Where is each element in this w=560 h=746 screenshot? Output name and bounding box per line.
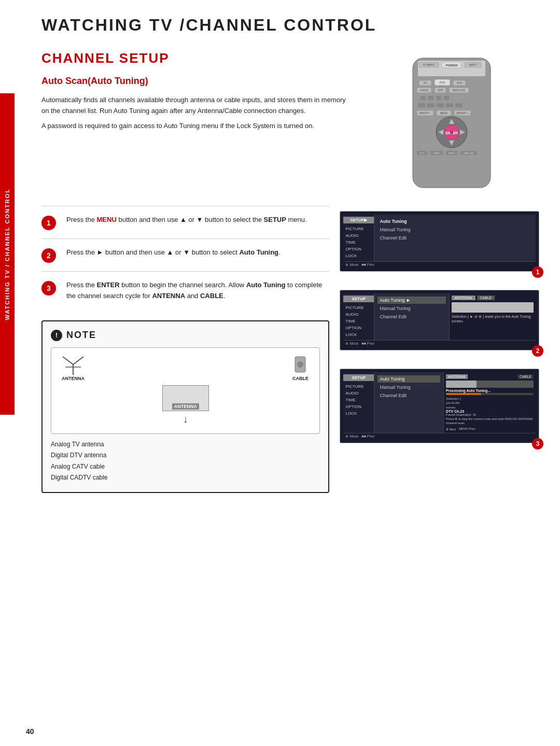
steps-column: 1 Press the MENU button and then use ▲ o… bbox=[41, 206, 329, 493]
ss1-footer: ⊕ Move ■■ Prev bbox=[343, 261, 536, 268]
note-list: Analog TV antenna Digital DTV antenna An… bbox=[51, 439, 320, 484]
svg-rect-21 bbox=[421, 96, 426, 100]
arrow-down: ↓ bbox=[58, 413, 313, 425]
ss2-item-option: OPTION bbox=[343, 325, 374, 331]
ss1-option-autotuning: Auto Tuning bbox=[377, 218, 533, 225]
ss1-menu-top: SETUP▶ bbox=[343, 217, 374, 223]
description: Automatically finds all channels availab… bbox=[41, 95, 348, 131]
antenna-inner-label: ANTENNA bbox=[172, 403, 199, 410]
svg-text:MENU: MENU bbox=[440, 111, 448, 115]
svg-text:MODE: MODE bbox=[439, 85, 445, 87]
svg-line-54 bbox=[73, 357, 83, 364]
svg-text:STB: STB bbox=[438, 89, 443, 92]
ss2-item-time: TIME bbox=[343, 318, 374, 325]
side-tab-label: WATCHING TV / CHANNEL CONTROL bbox=[4, 188, 10, 320]
svg-point-43 bbox=[450, 131, 453, 134]
step-2-row: 2 Press the ► button and then use ▲ or ▼… bbox=[41, 238, 329, 271]
step-3-number: 3 bbox=[41, 281, 56, 295]
svg-text:REDI.VOD: REDI.VOD bbox=[453, 89, 466, 92]
ss2-option-channeledit: Channel Edit bbox=[377, 313, 446, 320]
note-box: ! NOTE ANTENNA bbox=[41, 320, 329, 493]
svg-rect-26 bbox=[427, 103, 435, 107]
top-section: CHANNEL SETUP Auto Scan(Auto Tuning) Aut… bbox=[41, 50, 539, 190]
ss2-item-audio: AUDIO bbox=[343, 311, 374, 318]
step-1-row: 1 Press the MENU button and then use ▲ o… bbox=[41, 206, 329, 238]
note-header: ! NOTE bbox=[51, 330, 320, 341]
screenshot-2: SETUP PICTURE AUDIO TIME OPTION LOCK Aut… bbox=[340, 290, 539, 350]
ss2-menu-main: Auto Tuning ► Manual Tuning Channel Edit bbox=[374, 293, 449, 340]
screenshot-1-inner: SETUP▶ PICTURE AUDIO TIME OPTION LOCK Au… bbox=[343, 215, 536, 261]
ss2-item-picture: PICTURE bbox=[343, 304, 374, 311]
svg-text:DVD: DVD bbox=[440, 81, 445, 84]
ss1-item-audio: AUDIO bbox=[343, 232, 374, 239]
svg-text:RATIO: RATIO bbox=[449, 152, 455, 154]
ss2-menu-sidebar: SETUP PICTURE AUDIO TIME OPTION LOCK bbox=[343, 293, 374, 340]
svg-line-53 bbox=[63, 357, 73, 364]
channel-setup-title: CHANNEL SETUP bbox=[41, 50, 348, 66]
desc-line-2: A password is required to gain access to… bbox=[41, 121, 348, 132]
step-1-menu-keyword: MENU bbox=[97, 216, 117, 223]
ss3-menu-main: Auto Tuning Manual Tuning Channel Edit bbox=[374, 372, 443, 433]
step-3-text: Press the ENTER button to begin the chan… bbox=[66, 280, 329, 302]
ss1-item-lock: LOCK bbox=[343, 252, 374, 259]
step-3-autotuning-keyword: Auto Tuning bbox=[246, 281, 286, 289]
note-item-3: Analog CATV cable bbox=[51, 461, 320, 473]
svg-text:BRIGHT +: BRIGHT + bbox=[456, 111, 468, 115]
note-title: NOTE bbox=[66, 330, 96, 341]
svg-rect-22 bbox=[428, 96, 433, 100]
ss3-item-lock: LOCK bbox=[343, 410, 374, 417]
svg-rect-25 bbox=[418, 103, 425, 107]
svg-text:POWER: POWER bbox=[446, 64, 458, 67]
steps-section: 1 Press the MENU button and then use ▲ o… bbox=[41, 206, 539, 493]
screenshot-3-inner: SETUP PICTURE AUDIO TIME OPTION LOCK Aut… bbox=[343, 372, 536, 433]
intro-section: CHANNEL SETUP Auto Scan(Auto Tuning) Aut… bbox=[41, 50, 348, 190]
ss2-option-manualtuning: Manual Tuning bbox=[377, 305, 446, 312]
page-title: WATCHING TV /CHANNEL CONTROL bbox=[41, 16, 539, 35]
step-3-cable-keyword: CABLE bbox=[200, 292, 223, 300]
ss1-item-option: OPTION bbox=[343, 246, 374, 252]
svg-text:EXIT: EXIT bbox=[419, 152, 424, 154]
screenshot-3: SETUP PICTURE AUDIO TIME OPTION LOCK Aut… bbox=[340, 369, 539, 443]
ss2-footer: ⊕ Move ■■ Prev bbox=[343, 340, 536, 347]
auto-scan-subtitle: Auto Scan(Auto Tuning) bbox=[41, 76, 348, 87]
svg-point-57 bbox=[298, 362, 303, 367]
step-3-enter-keyword: ENTER bbox=[97, 281, 120, 289]
screenshot-2-inner: SETUP PICTURE AUDIO TIME OPTION LOCK Aut… bbox=[343, 293, 536, 340]
note-item-4: Digital CADTV cable bbox=[51, 472, 320, 484]
ss3-badge: 3 bbox=[532, 438, 543, 449]
note-item-1: Analog TV antenna bbox=[51, 439, 320, 451]
svg-rect-27 bbox=[437, 103, 444, 107]
antenna-box-diagram: ANTENNA bbox=[162, 385, 209, 411]
svg-rect-29 bbox=[455, 103, 463, 107]
ss1-item-time: TIME bbox=[343, 239, 374, 246]
antenna-diagram: ANTENNA CABLE ANTEN bbox=[51, 347, 320, 434]
screenshot-1: SETUP▶ PICTURE AUDIO TIME OPTION LOCK Au… bbox=[340, 211, 539, 272]
step-2-autotuning-keyword: Auto Tuning bbox=[239, 248, 278, 256]
screenshot-1-wrapper: SETUP▶ PICTURE AUDIO TIME OPTION LOCK Au… bbox=[340, 211, 539, 272]
ss3-option-manualtuning: Manual Tuning bbox=[377, 384, 440, 391]
ss3-item-picture: PICTURE bbox=[343, 383, 374, 390]
svg-text:BRIGHT -: BRIGHT - bbox=[419, 111, 431, 115]
side-tab: WATCHING TV / CHANNEL CONTROL bbox=[0, 93, 15, 415]
page-number: 40 bbox=[26, 727, 34, 736]
ss2-menu-top: SETUP bbox=[343, 295, 374, 302]
remote-control-area: TV INPUT POWER INPUT TV DVD MODE VCR AUD… bbox=[364, 50, 539, 190]
main-content: WATCHING TV /CHANNEL CONTROL CHANNEL SET… bbox=[21, 0, 560, 514]
desc-line-1: Automatically finds all channels availab… bbox=[41, 95, 348, 117]
ss1-badge: 1 bbox=[532, 266, 543, 278]
ss1-option-channeledit: Channel Edit bbox=[377, 234, 533, 242]
ss3-footer: ⊕ Move ■■ Prev bbox=[343, 433, 536, 440]
svg-text:VCR: VCR bbox=[457, 81, 463, 85]
svg-rect-28 bbox=[446, 103, 453, 107]
step-1-setup-keyword: SETUP bbox=[264, 216, 286, 223]
ss3-menu-top: SETUP bbox=[343, 374, 374, 381]
svg-text:TV: TV bbox=[424, 81, 427, 85]
antenna-top-labels: ANTENNA CABLE bbox=[58, 354, 313, 381]
ss3-item-audio: AUDIO bbox=[343, 390, 374, 397]
svg-text:TV INPUT: TV INPUT bbox=[423, 63, 435, 66]
note-item-2: Digital DTV antenna bbox=[51, 450, 320, 461]
note-icon: ! bbox=[51, 330, 62, 341]
ss1-menu-main: Auto Tuning Manual Tuning Channel Edit bbox=[374, 215, 536, 261]
screenshot-2-wrapper: SETUP PICTURE AUDIO TIME OPTION LOCK Aut… bbox=[340, 290, 539, 350]
step-2-text: Press the ► button and then use ▲ or ▼ b… bbox=[66, 247, 329, 258]
